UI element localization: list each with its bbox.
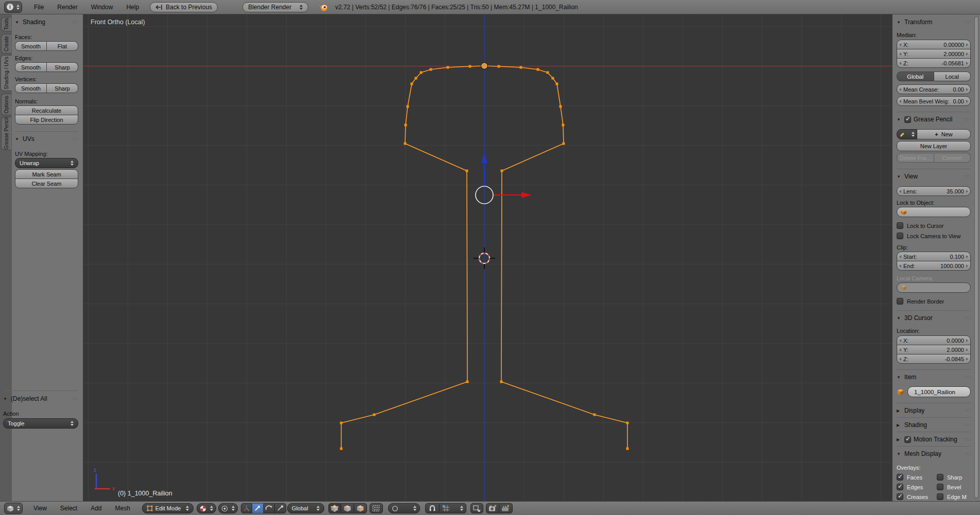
overlay-edge-marks-checkbox[interactable] xyxy=(937,493,943,500)
menu-help[interactable]: Help xyxy=(119,4,146,11)
panel-grip-icon[interactable]: ∷∷ xyxy=(965,375,971,380)
tab-grease-pencil[interactable]: Grease Pencil xyxy=(1,117,11,150)
editor-type-select[interactable] xyxy=(4,503,23,514)
lock-to-cursor-checkbox[interactable] xyxy=(897,222,903,229)
lock-to-object-field[interactable] xyxy=(897,207,971,217)
panel-grip-icon[interactable]: ∷∷ xyxy=(965,174,971,179)
edges-smooth-button[interactable]: Smooth xyxy=(15,62,47,72)
scale-manipulator-button[interactable] xyxy=(275,503,286,513)
lens-field[interactable]: Lens: 35.000 xyxy=(897,186,971,196)
object-name-field[interactable]: 1_1000_Railion xyxy=(907,386,971,397)
vertices-smooth-button[interactable]: Smooth xyxy=(15,83,47,93)
convert-button[interactable]: Convert xyxy=(934,153,971,163)
median-x-field[interactable]: X: 0.00000 xyxy=(897,40,971,49)
scrollbar-thumb[interactable] xyxy=(975,17,978,498)
tab-create[interactable]: Create xyxy=(1,34,11,54)
faces-flat-button[interactable]: Flat xyxy=(47,41,78,51)
snap-toggle-button[interactable] xyxy=(425,503,440,513)
panel-grip-icon[interactable]: ∷∷ xyxy=(965,117,971,122)
face-select-mode-button[interactable] xyxy=(354,503,367,513)
action-select[interactable]: Toggle xyxy=(3,418,78,429)
panel-grip-icon[interactable]: ∷∷ xyxy=(73,396,78,401)
pencil-source-select[interactable] xyxy=(897,129,917,139)
editor-type-select[interactable]: i xyxy=(4,2,22,13)
render-snapshot-button[interactable] xyxy=(470,503,483,513)
new-layer-button[interactable]: New Layer xyxy=(897,141,971,151)
opengl-render-image-button[interactable]: + xyxy=(486,503,499,513)
overlay-bevel-checkbox[interactable] xyxy=(937,484,943,490)
grease-pencil-panel-header[interactable]: ▼ Grease Pencil ∷∷ xyxy=(897,115,971,124)
median-y-field[interactable]: Y: 2.00000 xyxy=(897,49,971,59)
snap-element-select[interactable] xyxy=(440,503,466,513)
pivot-point-select[interactable] xyxy=(218,503,238,513)
overlay-sharp-checkbox[interactable] xyxy=(937,474,943,481)
manipulator-toggle-button[interactable] xyxy=(241,503,252,513)
median-z-field[interactable]: Z: -0.05681 xyxy=(897,58,971,68)
tab-options[interactable]: Options xyxy=(1,94,11,115)
transform-panel-header[interactable]: ▼ Transform ∷∷ xyxy=(897,17,971,27)
cursor-x-field[interactable]: X: 0.0000 xyxy=(897,335,971,345)
overlay-creases-checkbox[interactable] xyxy=(897,493,903,500)
overlay-edges-checkbox[interactable] xyxy=(897,484,903,490)
viewport-shading-select[interactable] xyxy=(197,503,216,513)
mark-seam-button[interactable]: Mark Seam xyxy=(15,169,78,179)
cursor-y-field[interactable]: Y: 2.0000 xyxy=(897,345,971,354)
flip-direction-button[interactable]: Flip Direction xyxy=(15,115,78,125)
panel-grip-icon[interactable]: ∷∷ xyxy=(965,451,971,456)
overlay-faces-checkbox[interactable] xyxy=(897,474,903,481)
uv-mapping-select[interactable]: Unwrap xyxy=(15,158,78,168)
recalculate-button[interactable]: Recalculate xyxy=(15,105,78,115)
rotate-manipulator-button[interactable] xyxy=(264,503,275,513)
menu-mesh[interactable]: Mesh xyxy=(109,505,137,512)
item-panel-header[interactable]: ▼ Item ∷∷ xyxy=(897,372,971,382)
panel-grip-icon[interactable]: ∷∷ xyxy=(73,136,78,141)
vertex-select-mode-button[interactable] xyxy=(328,503,341,513)
clear-seam-button[interactable]: Clear Seam xyxy=(15,179,78,188)
cursor-3d-panel-header[interactable]: ▼ 3D Cursor ∷∷ xyxy=(897,313,971,323)
shading-panel-header[interactable]: ▼ Shading ∷∷ xyxy=(15,17,78,27)
clip-start-field[interactable]: Start: 0.100 xyxy=(897,252,971,261)
limit-selection-visible-button[interactable] xyxy=(370,503,383,513)
motion-tracking-panel-header[interactable]: ▶ Motion Tracking ∷∷ xyxy=(897,435,971,444)
panel-grip-icon[interactable]: ∷∷ xyxy=(965,422,971,428)
panel-grip-icon[interactable]: ∷∷ xyxy=(965,20,971,25)
global-toggle[interactable]: Global xyxy=(897,72,934,81)
mesh-display-panel-header[interactable]: ▼ Mesh Display ∷∷ xyxy=(897,449,971,458)
panel-grip-icon[interactable]: ∷∷ xyxy=(965,315,971,321)
local-camera-field[interactable] xyxy=(897,282,971,293)
faces-smooth-button[interactable]: Smooth xyxy=(15,41,47,51)
menu-select[interactable]: Select xyxy=(54,505,84,512)
view-panel-header[interactable]: ▼ View ∷∷ xyxy=(897,172,971,181)
mode-select[interactable]: Edit Mode xyxy=(142,503,194,513)
menu-render[interactable]: Render xyxy=(50,4,84,11)
local-toggle[interactable]: Local xyxy=(934,72,971,81)
grease-pencil-checkbox[interactable] xyxy=(904,116,911,123)
render-border-checkbox[interactable] xyxy=(897,298,903,305)
manipulator-x-handle[interactable] xyxy=(521,192,532,198)
tab-tools[interactable]: Tools xyxy=(1,17,11,31)
opengl-render-animation-button[interactable]: + xyxy=(499,503,513,513)
tab-shading-uvs[interactable]: Shading / UVs xyxy=(1,55,12,91)
proportional-editing-select[interactable] xyxy=(388,503,420,513)
lock-camera-checkbox[interactable] xyxy=(897,233,903,239)
motion-tracking-checkbox[interactable] xyxy=(904,436,911,443)
scrollbar[interactable] xyxy=(974,16,978,498)
panel-grip-icon[interactable]: ∷∷ xyxy=(965,437,971,442)
menu-window[interactable]: Window xyxy=(84,4,120,11)
panel-grip-icon[interactable]: ∷∷ xyxy=(965,408,971,413)
uvs-panel-header[interactable]: ▼ UVs ∷∷ xyxy=(15,134,78,144)
translate-manipulator[interactable] xyxy=(476,152,532,204)
clip-end-field[interactable]: End: 1000.000 xyxy=(897,261,971,271)
render-engine-select[interactable]: Blender Render xyxy=(242,2,308,12)
menu-file[interactable]: File xyxy=(27,4,50,11)
mean-bevel-weight-field[interactable]: Mean Bevel Weig: 0.00 xyxy=(897,96,971,106)
edges-sharp-button[interactable]: Sharp xyxy=(47,62,78,72)
translate-manipulator-button[interactable] xyxy=(252,503,264,513)
cursor-z-field[interactable]: Z: -0.0845 xyxy=(897,354,971,364)
orientation-select[interactable]: Global xyxy=(287,503,324,513)
edge-select-mode-button[interactable] xyxy=(341,503,354,513)
shading-properties-panel-header[interactable]: ▶ Shading ∷∷ xyxy=(897,420,971,430)
grease-pencil-new-button[interactable]: + New xyxy=(917,129,971,139)
vertices-sharp-button[interactable]: Sharp xyxy=(47,83,78,93)
manipulator-z-handle[interactable] xyxy=(482,152,487,163)
